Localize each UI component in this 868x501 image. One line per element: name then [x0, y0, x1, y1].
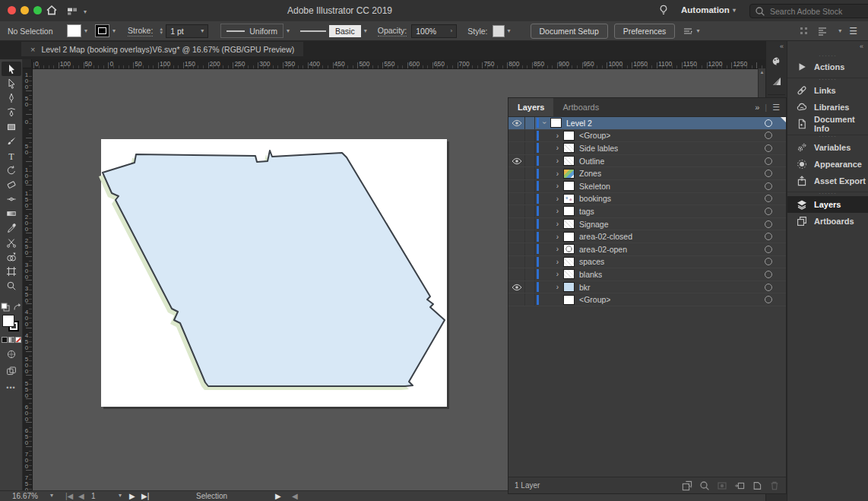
layer-lock-toggle[interactable]	[525, 293, 535, 306]
collect-for-export-button[interactable]	[682, 480, 692, 491]
preferences-button[interactable]: Preferences	[614, 24, 676, 39]
stroke-weight-select[interactable]: 1 pt▾	[166, 24, 208, 38]
scissors-tool-button[interactable]	[2, 235, 21, 249]
layer-target-circle[interactable]	[765, 144, 772, 152]
scroll-up-icon[interactable]: ▲	[759, 70, 765, 75]
layer-row[interactable]: ›<Group>	[508, 130, 786, 143]
layer-target-circle[interactable]	[765, 220, 772, 228]
panel-collapse-icon[interactable]: »	[755, 103, 759, 112]
layer-lock-toggle[interactable]	[525, 180, 535, 192]
layer-expand-chevron[interactable]: ›	[552, 233, 563, 241]
layer-visibility-toggle[interactable]	[508, 142, 525, 154]
layer-target-circle[interactable]	[765, 296, 772, 303]
fill-stroke-wells[interactable]	[2, 314, 21, 334]
layer-visibility-toggle[interactable]	[508, 281, 525, 293]
layer-lock-toggle[interactable]	[525, 230, 535, 243]
layer-thumbnail[interactable]	[550, 118, 562, 128]
chevron-down-icon[interactable]: ▾	[119, 492, 122, 499]
layer-name[interactable]: tags	[579, 207, 594, 216]
layer-row[interactable]: ›blanks	[508, 268, 786, 281]
layer-expand-chevron[interactable]: ›	[552, 245, 563, 253]
layer-row[interactable]: ›Side lables	[508, 142, 786, 155]
opacity-select[interactable]: 100%›	[411, 24, 457, 38]
layer-name[interactable]: <Group>	[579, 131, 610, 140]
dock-item-asset-export[interactable]: Asset Export	[787, 173, 868, 189]
layer-expand-chevron[interactable]: ›	[552, 258, 563, 266]
dock-item-links[interactable]: Links	[787, 82, 868, 99]
layer-lock-toggle[interactable]	[525, 167, 535, 179]
dock-item-actions[interactable]: Actions	[787, 59, 868, 75]
panel-menu-icon[interactable]: ☰	[772, 103, 780, 113]
brush-definition-select[interactable]: Basic	[329, 25, 361, 37]
edit-toolbar-button[interactable]: •••	[6, 384, 15, 392]
paragraph-align-icon[interactable]	[817, 26, 828, 36]
layer-row[interactable]: ›Zones	[508, 167, 786, 180]
layer-row[interactable]: ›tags	[508, 205, 786, 218]
layer-thumbnail[interactable]	[563, 156, 575, 166]
layer-expand-chevron[interactable]: ›	[552, 207, 563, 215]
type-tool-button[interactable]: T	[2, 148, 21, 163]
layer-visibility-toggle[interactable]	[508, 218, 525, 230]
layer-target-circle[interactable]	[765, 284, 772, 291]
layer-row[interactable]: ›Outline	[508, 155, 786, 168]
artboard-tool-button[interactable]	[2, 264, 21, 278]
layer-name[interactable]: spaces	[579, 257, 604, 266]
layer-thumbnail[interactable]	[563, 206, 575, 216]
layer-target-circle[interactable]	[765, 246, 772, 253]
layer-thumbnail[interactable]	[563, 219, 575, 229]
layer-name[interactable]: bookings	[579, 194, 611, 203]
window-minimize-button[interactable]	[21, 6, 29, 14]
chevron-down-icon[interactable]: ▾	[696, 27, 699, 34]
layer-visibility-toggle[interactable]	[508, 155, 525, 167]
stroke-weight-stepper[interactable]: ▲▼	[159, 27, 163, 35]
layer-expand-chevron[interactable]: ›	[552, 283, 563, 291]
make-clipping-mask-button[interactable]	[717, 480, 727, 491]
new-sublayer-button[interactable]	[734, 480, 745, 491]
layer-visibility-toggle[interactable]	[508, 117, 525, 129]
dock-item-layers[interactable]: Layers	[787, 196, 868, 213]
curvature-tool-button[interactable]	[2, 105, 21, 119]
layer-target-circle[interactable]	[765, 195, 772, 202]
layer-lock-toggle[interactable]	[525, 142, 535, 154]
layer-target-circle[interactable]	[765, 157, 772, 165]
layer-thumbnail[interactable]	[563, 194, 575, 204]
layer-target-circle[interactable]	[765, 119, 772, 127]
next-artboard-button[interactable]: ▶	[129, 492, 135, 500]
layer-expand-chevron[interactable]: ›	[540, 117, 549, 128]
layer-thumbnail[interactable]	[563, 181, 575, 191]
gradient-tool-button[interactable]	[2, 206, 21, 220]
layer-thumbnail[interactable]	[563, 269, 575, 279]
layer-name[interactable]: Signage	[579, 220, 609, 229]
selection-tool-button[interactable]	[2, 62, 21, 76]
layer-lock-toggle[interactable]	[525, 205, 535, 217]
layer-row[interactable]: ›area-02-open	[508, 243, 786, 256]
none-mode-button[interactable]	[15, 337, 21, 343]
first-artboard-button[interactable]: |◀	[65, 492, 73, 500]
layer-name[interactable]: area-02-closed	[579, 232, 632, 241]
layer-target-circle[interactable]	[765, 132, 772, 139]
layer-visibility-toggle[interactable]	[508, 243, 525, 255]
chevron-down-icon[interactable]: ▾	[112, 27, 116, 34]
chevron-down-icon[interactable]: ▾	[838, 27, 841, 34]
layer-lock-toggle[interactable]	[525, 256, 535, 268]
layer-name[interactable]: bkr	[579, 283, 591, 292]
layer-expand-chevron[interactable]: ›	[552, 270, 563, 278]
paintbrush-tool-button[interactable]	[2, 134, 21, 148]
ruler-origin-corner[interactable]	[23, 59, 32, 68]
layer-row[interactable]: ›bookings	[508, 193, 786, 206]
layer-row[interactable]: ›bkr	[508, 281, 786, 294]
workspace-menu[interactable]: Automation ▾	[681, 5, 736, 14]
stroke-panel-link[interactable]: Stroke:	[128, 26, 153, 36]
last-artboard-button[interactable]: ▶|	[141, 492, 149, 500]
chevron-down-icon[interactable]: ▾	[508, 27, 511, 34]
layer-expand-chevron[interactable]: ›	[552, 195, 563, 203]
layer-lock-toggle[interactable]	[525, 193, 535, 205]
dock-item-artboards[interactable]: Artboards	[787, 213, 868, 230]
workspace-switcher-button[interactable]: ▾	[67, 6, 87, 17]
tab-layers[interactable]: Layers	[508, 98, 553, 116]
layer-visibility-toggle[interactable]	[508, 256, 525, 268]
layer-target-circle[interactable]	[765, 258, 772, 265]
layer-thumbnail[interactable]	[563, 131, 575, 141]
layer-thumbnail[interactable]	[563, 282, 575, 292]
align-options-icon[interactable]	[683, 26, 693, 36]
